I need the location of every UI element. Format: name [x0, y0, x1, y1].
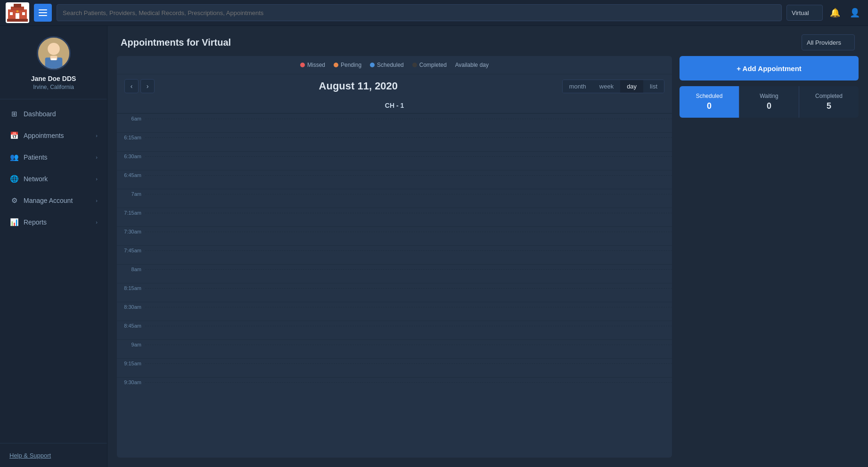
time-grid[interactable]: 6am 6:15am 6:30am 6:45am 7am 7:15am 7:30…	[117, 113, 672, 458]
sidebar-item-label: Patients	[24, 153, 48, 161]
profile-name: Jane Doe DDS	[31, 75, 76, 82]
view-tabs: monthweekdaylist	[562, 80, 664, 93]
time-slot: 9:30am	[117, 377, 672, 396]
legend-dot	[412, 63, 417, 67]
sidebar-arrow-icon: ›	[96, 154, 98, 160]
time-label: 8am	[117, 265, 145, 272]
view-tab-week[interactable]: week	[593, 80, 620, 93]
notification-icon[interactable]: 🔔	[827, 5, 843, 20]
logo	[6, 2, 29, 23]
time-line	[145, 382, 672, 383]
stat-label: Scheduled	[696, 93, 723, 99]
calendar-panel: MissedPendingScheduledCompletedAvailable…	[117, 56, 672, 458]
sidebar-footer: Help & Support	[0, 443, 107, 467]
time-slot: 6am	[117, 113, 672, 132]
legend-missed: Missed	[300, 62, 325, 68]
time-line	[145, 269, 672, 270]
time-slot: 7:15am	[117, 208, 672, 226]
legend-scheduled: Scheduled	[370, 62, 404, 68]
time-label: 6:30am	[117, 152, 145, 159]
layout: Jane Doe DDS Irvine, California ⊞ Dashbo…	[0, 26, 868, 467]
stat-value: 0	[767, 101, 771, 111]
svg-rect-4	[10, 12, 13, 15]
sidebar-item-manage-account[interactable]: ⚙ Manage Account ›	[0, 190, 107, 211]
svg-rect-12	[51, 58, 56, 60]
time-line	[145, 363, 672, 364]
right-panel: + Add Appointment Scheduled 0 Waiting 0 …	[680, 56, 859, 458]
view-tab-month[interactable]: month	[563, 80, 593, 93]
time-label: 7:15am	[117, 208, 145, 216]
time-label: 9:15am	[117, 359, 145, 366]
legend-dot	[334, 63, 338, 67]
location-select[interactable]: Virtual	[786, 5, 823, 21]
stat-label: Waiting	[760, 93, 778, 99]
time-slot: 8:15am	[117, 283, 672, 302]
time-label: 6:15am	[117, 133, 145, 140]
stat-value: 0	[707, 101, 712, 111]
time-line	[145, 175, 672, 176]
sidebar-arrow-icon: ›	[96, 198, 98, 203]
next-date-button[interactable]: ›	[140, 79, 155, 93]
sidebar-item-reports[interactable]: 📊 Reports ›	[0, 211, 107, 233]
stat-label: Completed	[815, 93, 843, 99]
help-support-link[interactable]: Help & Support	[9, 452, 51, 459]
sidebar-item-dashboard[interactable]: ⊞ Dashboard	[0, 103, 107, 125]
stat-card-completed[interactable]: Completed 5	[799, 86, 859, 118]
time-label: 7:45am	[117, 246, 145, 253]
sidebar-item-patients[interactable]: 👥 Patients ›	[0, 146, 107, 168]
sidebar-item-label: Reports	[24, 218, 47, 226]
sidebar-item-appointments[interactable]: 📅 Appointments ›	[0, 125, 107, 146]
user-icon[interactable]: 👤	[847, 5, 862, 20]
time-label: 9am	[117, 340, 145, 347]
time-label: 7am	[117, 189, 145, 197]
time-slot: 7am	[117, 189, 672, 208]
profile-location: Irvine, California	[33, 84, 74, 90]
reports-icon: 📊	[9, 218, 19, 226]
current-date: August 11, 2020	[319, 80, 398, 92]
time-slot: 7:45am	[117, 245, 672, 264]
legend-completed: Completed	[412, 62, 447, 68]
time-line	[145, 326, 672, 326]
network-icon: 🌐	[9, 175, 19, 183]
view-tab-day[interactable]: day	[620, 80, 643, 93]
sidebar: Jane Doe DDS Irvine, California ⊞ Dashbo…	[0, 26, 107, 467]
nav-arrows: ‹ ›	[124, 79, 155, 93]
hamburger-button[interactable]	[34, 4, 52, 22]
time-slot: 8:30am	[117, 302, 672, 321]
time-line	[145, 194, 672, 194]
svg-point-9	[48, 43, 60, 55]
sidebar-nav: ⊞ Dashboard 📅 Appointments › 👥 Patients …	[0, 99, 107, 443]
time-line	[145, 288, 672, 289]
sidebar-arrow-icon: ›	[96, 219, 98, 225]
add-appointment-button[interactable]: + Add Appointment	[680, 56, 859, 81]
svg-rect-5	[22, 12, 25, 15]
prev-date-button[interactable]: ‹	[124, 79, 139, 93]
providers-select[interactable]: All Providers	[802, 34, 855, 50]
time-line	[145, 345, 672, 345]
date-nav: ‹ › August 11, 2020 monthweekdaylist	[117, 74, 672, 98]
stat-card-waiting[interactable]: Waiting 0	[739, 86, 799, 118]
stats-row: Scheduled 0 Waiting 0 Completed 5	[680, 86, 859, 118]
time-line	[145, 232, 672, 232]
stat-card-scheduled[interactable]: Scheduled 0	[680, 86, 739, 118]
time-label: 8:30am	[117, 302, 145, 310]
patients-icon: 👥	[9, 153, 19, 161]
time-label: 9:30am	[117, 378, 145, 385]
legend: MissedPendingScheduledCompletedAvailable…	[117, 56, 672, 74]
legend-available-day: Available day	[455, 62, 489, 68]
main-content: Appointments for Virtual All Providers M…	[107, 26, 868, 467]
view-tab-list[interactable]: list	[643, 80, 664, 93]
channel-header: CH - 1	[117, 98, 672, 113]
legend-dot	[300, 63, 305, 67]
time-slot: 6:45am	[117, 170, 672, 189]
svg-rect-3	[16, 13, 19, 19]
legend-dot	[370, 63, 375, 67]
sidebar-profile: Jane Doe DDS Irvine, California	[0, 26, 107, 99]
sidebar-item-network[interactable]: 🌐 Network ›	[0, 168, 107, 190]
time-label: 8:15am	[117, 283, 145, 291]
svg-rect-2	[14, 4, 21, 8]
search-input[interactable]	[57, 4, 782, 21]
time-slot: 6:30am	[117, 151, 672, 170]
svg-rect-7	[7, 19, 28, 22]
sidebar-item-label: Dashboard	[24, 110, 56, 118]
